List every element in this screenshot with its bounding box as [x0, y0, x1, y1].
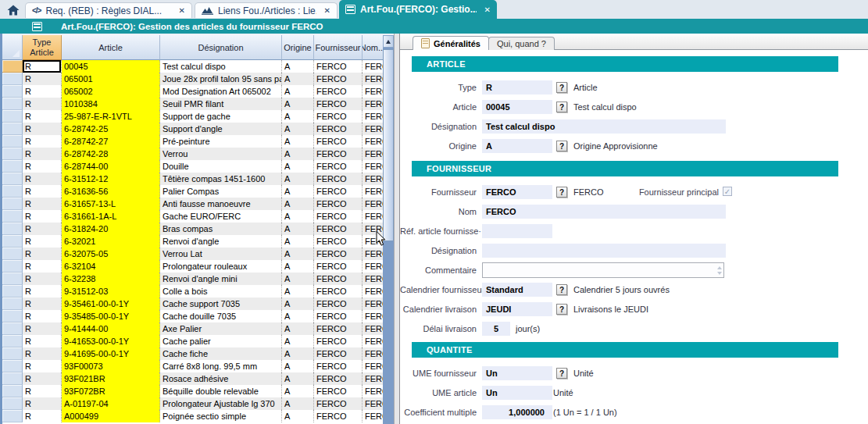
- field-article[interactable]: 00045: [482, 100, 552, 114]
- table-row[interactable]: R9-35485-00-0-1YCache douille 7035AFERCO…: [2, 310, 383, 322]
- table-row[interactable]: R9-35461-00-0-1YCache support 7035AFERCO…: [2, 298, 383, 310]
- select-all-corner[interactable]: [2, 35, 23, 60]
- field-coefficient-multiple[interactable]: 1,000000: [482, 405, 552, 419]
- table-row[interactable]: R6-31824-20Bras compasAFERCOFERCO: [2, 223, 383, 235]
- table-row[interactable]: R93F00073Carré 8x8 long. 99,5 mmAFERCOFE…: [2, 360, 383, 372]
- table-row[interactable]: R9-41695-00-0-1YCache ficheAFERCOFERCO: [2, 347, 383, 360]
- row-selector[interactable]: [2, 322, 23, 335]
- row-selector[interactable]: [2, 160, 23, 173]
- table-row[interactable]: R6-32104Prolongateur rouleauxAFERCOFERCO: [2, 260, 383, 273]
- row-selector[interactable]: [2, 173, 23, 185]
- row-selector[interactable]: [2, 248, 23, 260]
- column-header-fournisseur[interactable]: Fournisseur: [314, 35, 363, 60]
- field-ume-fournisseur[interactable]: Un: [482, 366, 552, 380]
- table-row[interactable]: R6-28742-25Support d'angleAFERCOFERCO: [2, 123, 383, 135]
- row-selector[interactable]: [2, 85, 23, 98]
- table-row[interactable]: R93F072BRBéquille double relevableAFERCO…: [2, 385, 383, 397]
- field-fournisseur[interactable]: FERCO: [482, 185, 552, 199]
- field-calendrier-fournisseur[interactable]: Standard: [482, 283, 552, 297]
- table-row[interactable]: R9-31512-03Colle a boisAFERCOFERCO: [2, 285, 383, 298]
- row-selector[interactable]: [2, 198, 23, 210]
- table-row[interactable]: R9-41444-00Axe PalierAFERCOFERCO: [2, 322, 383, 335]
- row-selector[interactable]: [2, 372, 23, 385]
- field-designation-fournisseur[interactable]: [482, 244, 726, 258]
- close-icon[interactable]: ✕: [179, 6, 185, 15]
- row-selector[interactable]: [2, 335, 23, 347]
- scrollbar-thumb[interactable]: [383, 49, 394, 241]
- table-row[interactable]: R1010384Seuil PMR filantAFERCOFERCO: [2, 98, 383, 110]
- help-button[interactable]: ?: [556, 284, 567, 295]
- row-selector[interactable]: [2, 285, 23, 298]
- field-calendrier-livraison[interactable]: JEUDI: [482, 302, 552, 316]
- tab-req-reb[interactable]: </> Req. (REB) : Règles DIAL... ✕: [25, 2, 192, 18]
- table-row[interactable]: R065002Mod Designation Art 065002AFERCOF…: [2, 85, 383, 98]
- field-commentaire[interactable]: [482, 262, 724, 278]
- table-row[interactable]: R6-32238Renvoi d'angle miniAFERCOFERCO: [2, 273, 383, 285]
- table-row[interactable]: R6-31661-1A-LGache EURO/FERCAFERCOFERCO: [2, 210, 383, 223]
- row-selector[interactable]: [2, 310, 23, 322]
- spinner-icon[interactable]: [716, 264, 723, 276]
- tab-art-fou-ferco[interactable]: Art.Fou.(FERCO): Gestio... ✕: [339, 0, 497, 19]
- row-selector[interactable]: [2, 298, 23, 310]
- row-selector[interactable]: [2, 148, 23, 160]
- column-header-nom[interactable]: Nom...: [363, 35, 383, 60]
- row-selector[interactable]: [2, 123, 23, 135]
- help-button[interactable]: ?: [556, 368, 567, 379]
- table-row[interactable]: RA-01197-04Prolongateur Ajustable lg 370…: [2, 397, 383, 410]
- row-selector[interactable]: [2, 397, 23, 410]
- table-row[interactable]: R6-31636-56Palier CompasAFERCOFERCO: [2, 185, 383, 198]
- tab-liens-fou-articles[interactable]: Liens Fou./Articles : Lie... ✕: [195, 2, 338, 18]
- table-row[interactable]: R6-31512-12Têtière compas 1451-1600AFERC…: [2, 173, 383, 185]
- column-header-article[interactable]: Article: [62, 35, 160, 60]
- row-selector[interactable]: [2, 385, 23, 397]
- tab-generalites[interactable]: Généralités: [413, 36, 489, 50]
- help-button[interactable]: ?: [556, 141, 567, 151]
- column-header-origine[interactable]: Origine: [282, 35, 314, 60]
- close-icon[interactable]: ✕: [324, 6, 330, 15]
- table-row[interactable]: R9-41653-00-0-1YCache palierAFERCOFERCO: [2, 335, 383, 347]
- row-selector[interactable]: [2, 73, 23, 85]
- table-row[interactable]: R00045Test calcul dispoAFERCOFERCO: [2, 60, 383, 73]
- table-row[interactable]: R6-28742-27Pré-peintureAFERCOFERCO: [2, 135, 383, 148]
- tab-qui-quand[interactable]: Qui, quand ?: [488, 37, 555, 50]
- fournisseur-principal-checkbox[interactable]: ✓: [723, 187, 732, 196]
- table-row[interactable]: R6-28742-28VerrouAFERCOFERCO: [2, 148, 383, 160]
- scroll-up-button[interactable]: [383, 35, 394, 48]
- row-selector[interactable]: [2, 235, 23, 248]
- close-icon[interactable]: ✕: [484, 5, 491, 14]
- row-selector[interactable]: [2, 410, 23, 422]
- field-origine[interactable]: A: [482, 139, 552, 153]
- row-selector[interactable]: [2, 98, 23, 110]
- row-selector[interactable]: [2, 223, 23, 235]
- row-selector[interactable]: [2, 360, 23, 372]
- row-selector[interactable]: [2, 273, 23, 285]
- row-selector[interactable]: [2, 210, 23, 223]
- row-selector[interactable]: [2, 110, 23, 123]
- help-button[interactable]: ?: [556, 187, 567, 198]
- table-vertical-scrollbar[interactable]: [383, 35, 394, 424]
- home-button[interactable]: [5, 3, 22, 16]
- row-selector[interactable]: [2, 60, 23, 73]
- help-button[interactable]: ?: [556, 82, 567, 93]
- table-row[interactable]: R065001Joue 28x profil talon 95 sans paA…: [2, 73, 383, 85]
- help-button[interactable]: ?: [556, 304, 567, 315]
- table-row[interactable]: R6-31657-13-LAnti fausse manoeuvreAFERCO…: [2, 198, 383, 210]
- field-ref-article-fournisseur[interactable]: [482, 224, 552, 238]
- row-selector[interactable]: [2, 260, 23, 273]
- field-ume-article[interactable]: Un: [482, 386, 552, 400]
- field-designation[interactable]: Test calcul dispo: [482, 119, 726, 134]
- help-button[interactable]: ?: [556, 102, 567, 112]
- column-header-designation[interactable]: Désignation: [160, 35, 282, 60]
- field-nom[interactable]: FERCO: [482, 205, 726, 219]
- column-header-type-article[interactable]: Type Article: [23, 35, 62, 60]
- field-delai-livraison[interactable]: 5: [482, 322, 510, 336]
- table-row[interactable]: R93F021BRRosace adhésiveAFERCOFERCO: [2, 372, 383, 385]
- row-selector[interactable]: [2, 347, 23, 360]
- table-row[interactable]: R6-28744-00DouilleAFERCOFERCO: [2, 160, 383, 173]
- row-selector[interactable]: [2, 185, 23, 198]
- row-selector[interactable]: [2, 135, 23, 148]
- field-type[interactable]: R: [482, 80, 552, 94]
- table-row[interactable]: R25-987-E-R-1VTLSupport de gacheAFERCOFE…: [2, 110, 383, 123]
- table-row[interactable]: R6-32075-05Verrou LatAFERCOFERCO: [2, 248, 383, 260]
- table-row[interactable]: R6-32021Renvoi d'angleAFERCOFERCO: [2, 235, 383, 248]
